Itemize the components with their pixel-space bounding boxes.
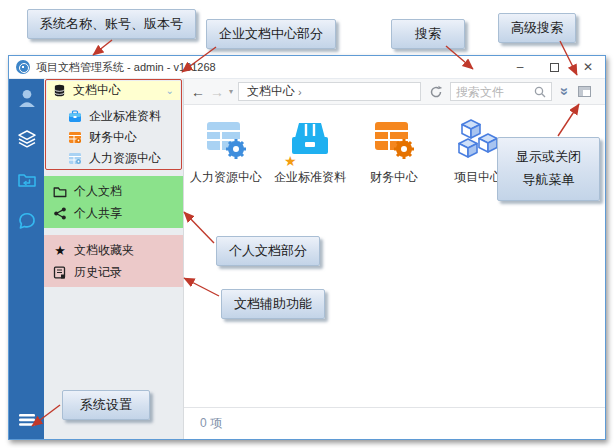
tree-item-label: 财务中心 <box>89 129 137 146</box>
breadcrumb-separator: › <box>298 86 302 98</box>
tile-enterprise-docs[interactable]: ★ 企业标准资料 <box>270 115 350 186</box>
history-caret-icon[interactable]: ▾ <box>229 87 233 96</box>
tree-item-label: 人力资源中心 <box>89 150 161 167</box>
finance-center-icon <box>370 115 418 163</box>
callout-system-name: 系统名称、账号、版本号 <box>27 9 196 39</box>
tile-label: 人力资源中心 <box>190 169 262 186</box>
advanced-search-icon[interactable]: » <box>558 87 573 95</box>
breadcrumb-text: 文档中心 <box>247 83 295 100</box>
tree-item-history[interactable]: 历史记录 <box>44 261 183 283</box>
tree-item-hr-center[interactable]: 人力资源中心 <box>44 148 183 169</box>
callout-personal-section: 个人文档部分 <box>216 236 320 266</box>
tree-item-personal-docs[interactable]: 个人文档 <box>44 180 183 202</box>
search-box <box>450 82 552 101</box>
tile-label: 项目中心 <box>454 169 502 186</box>
tile-label: 企业标准资料 <box>274 169 346 186</box>
app-logo-icon <box>16 60 30 74</box>
archive-star-icon: ★ <box>286 115 334 163</box>
nav-toggle-icon[interactable] <box>578 86 591 97</box>
tree-item-label: 历史记录 <box>74 264 122 281</box>
chevron-down-icon[interactable]: ⌄ <box>166 85 174 96</box>
nav-tree-panel: 文档中心 ⌄ 企业标准资料 财务中心 人力资源中心 <box>44 79 184 439</box>
briefcase-icon <box>68 110 82 123</box>
tree-root-label: 文档中心 <box>73 82 121 99</box>
arrow-system-name <box>93 40 112 55</box>
history-icon <box>53 266 67 279</box>
back-icon[interactable]: ← <box>191 84 205 100</box>
user-icon[interactable] <box>16 87 38 109</box>
callout-nav-toggle: 显示或关闭 导航菜单 <box>497 137 600 201</box>
hr-table-icon <box>68 152 82 165</box>
tree-item-finance-center[interactable]: 财务中心 <box>44 127 183 148</box>
toolbar: ← → ▾ 文档中心 › » <box>184 79 605 105</box>
settings-menu-icon[interactable] <box>16 409 38 431</box>
personal-group: 个人文档 个人共享 <box>44 176 183 228</box>
callout-advanced-search: 高级搜索 <box>498 13 576 43</box>
star-icon: ★ <box>53 244 67 257</box>
statusbar: 0 项 <box>184 407 605 439</box>
callout-enterprise-section: 企业文档中心部分 <box>206 19 336 49</box>
tree-item-favorites[interactable]: ★ 文档收藏夹 <box>44 239 183 261</box>
tree-item-label: 个人共享 <box>74 205 122 222</box>
breadcrumb[interactable]: 文档中心 › <box>238 82 421 101</box>
maximize-button[interactable] <box>537 56 571 78</box>
tree-item-label: 文档收藏夹 <box>74 242 134 259</box>
item-count: 0 项 <box>200 415 222 432</box>
database-icon <box>53 84 66 97</box>
hr-center-icon <box>202 115 250 163</box>
enterprise-group: 企业标准资料 财务中心 人力资源中心 <box>44 106 183 169</box>
callout-system-settings: 系统设置 <box>62 390 150 420</box>
tree-item-label: 个人文档 <box>74 183 122 200</box>
sidebar <box>9 79 44 439</box>
chat-icon[interactable] <box>16 210 38 232</box>
window-controls: – ✕ <box>503 56 605 78</box>
close-button[interactable]: ✕ <box>571 56 605 78</box>
tile-hr-center[interactable]: 人力资源中心 <box>186 115 266 186</box>
tree-item-enterprise-docs[interactable]: 企业标准资料 <box>44 106 183 127</box>
tree-root-doc-center[interactable]: 文档中心 ⌄ <box>47 81 180 100</box>
forward-icon[interactable]: → <box>210 84 224 100</box>
layers-icon[interactable] <box>16 128 38 150</box>
aux-group: ★ 文档收藏夹 历史记录 <box>44 235 183 287</box>
refresh-icon[interactable] <box>429 85 443 99</box>
favorite-star-icon: ★ <box>284 154 297 168</box>
window-title: 项目文档管理系统 - admin - v101268 <box>36 60 216 75</box>
callout-doc-aux: 文档辅助功能 <box>221 289 325 319</box>
tree-item-label: 企业标准资料 <box>89 108 161 125</box>
finance-table-icon <box>68 131 82 144</box>
tile-label: 财务中心 <box>370 169 418 186</box>
callout-nav-toggle-line2: 导航菜单 <box>512 169 585 192</box>
callout-search: 搜索 <box>391 19 465 49</box>
share-icon <box>53 207 67 220</box>
maximize-icon <box>550 63 559 72</box>
minimize-button[interactable]: – <box>503 56 537 78</box>
shared-folder-icon[interactable] <box>16 169 38 191</box>
tile-finance-center[interactable]: 财务中心 <box>354 115 434 186</box>
project-cubes-icon <box>454 115 502 163</box>
tree-item-personal-share[interactable]: 个人共享 <box>44 202 183 224</box>
callout-nav-toggle-line1: 显示或关闭 <box>512 146 585 169</box>
search-input[interactable] <box>456 85 534 99</box>
folder-icon <box>53 185 67 198</box>
search-icon[interactable] <box>534 86 546 98</box>
titlebar: 项目文档管理系统 - admin - v101268 – ✕ <box>9 56 605 79</box>
